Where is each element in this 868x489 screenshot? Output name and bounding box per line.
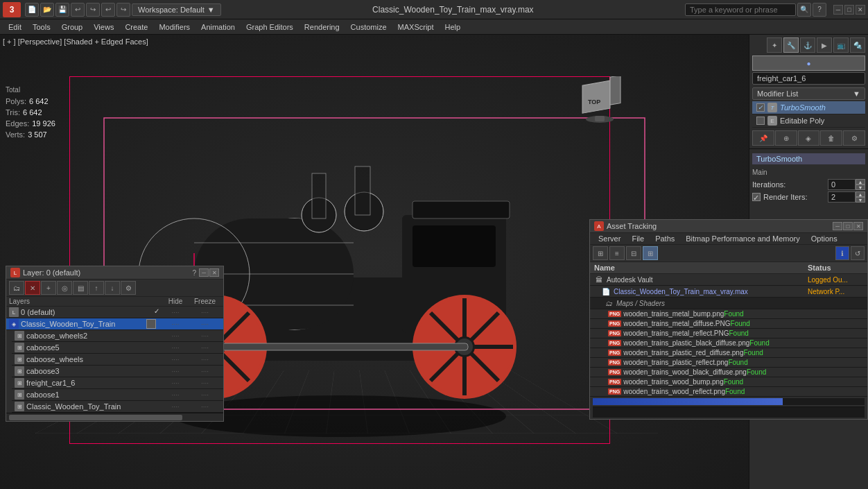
layer-row-caboose3[interactable]: ⊞ caboose3 ···· ···· bbox=[12, 366, 223, 377]
minimize-button[interactable]: ─ bbox=[833, 5, 843, 15]
modify-tab-icon[interactable]: 🔧 bbox=[783, 37, 799, 53]
asset-row-vault[interactable]: 🏛 Autodesk Vault Logged Ou... bbox=[590, 274, 867, 286]
search-input[interactable] bbox=[685, 3, 796, 16]
layer-close-button[interactable]: ✕ bbox=[209, 268, 219, 277]
asset-tb-icon4[interactable]: ⊞ bbox=[643, 246, 658, 260]
new-button[interactable]: 📄 bbox=[25, 3, 39, 17]
show-end-button[interactable]: ⊕ bbox=[775, 130, 797, 146]
remove-modifier-button[interactable]: 🗑 bbox=[820, 130, 842, 146]
layer-row-classic-train-child[interactable]: ⊞ Classic_Wooden_Toy_Train ···· ···· bbox=[12, 401, 223, 413]
menu-animation[interactable]: Animation bbox=[196, 22, 241, 33]
asset-row-plastic-reflect[interactable]: PNG wooden_trains_plastic_reflect.png Fo… bbox=[590, 358, 867, 368]
maximize-button[interactable]: □ bbox=[844, 5, 854, 15]
iterations-down-button[interactable]: ▼ bbox=[856, 185, 865, 190]
layer-row-freight-car[interactable]: ⊞ freight_car1_6 ···· ···· bbox=[12, 377, 223, 389]
asset-menu-file[interactable]: File bbox=[626, 233, 650, 244]
turbosmooth-checkbox[interactable]: ✓ bbox=[756, 103, 765, 112]
workspace-selector[interactable]: Workspace: Default ▼ bbox=[132, 3, 221, 16]
make-unique-button[interactable]: ◈ bbox=[798, 130, 820, 146]
menu-maxscript[interactable]: MAXScript bbox=[392, 22, 440, 33]
layer-minimize-button[interactable]: ─ bbox=[199, 268, 209, 277]
layer-scrollbar[interactable] bbox=[6, 413, 223, 421]
modifier-turbosmooth[interactable]: ✓ T TurboSmooth bbox=[752, 101, 865, 114]
menu-edit[interactable]: Edit bbox=[3, 22, 27, 33]
layer-highlight-button[interactable]: ▤ bbox=[73, 281, 88, 295]
menu-views[interactable]: Views bbox=[88, 22, 119, 33]
pin-stack-button[interactable]: 📌 bbox=[752, 130, 774, 146]
render-iters-input[interactable] bbox=[828, 191, 856, 203]
asset-row-metal-bump[interactable]: PNG wooden_trains_metal_bump.png Found bbox=[590, 309, 867, 319]
layer-row-caboose1[interactable]: ⊞ caboose1 ···· ···· bbox=[12, 389, 223, 401]
asset-tb-icon3[interactable]: ⊟ bbox=[626, 246, 641, 260]
asset-row-wood-black[interactable]: PNG wooden_trains_wood_black_diffuse.png… bbox=[590, 368, 867, 377]
asset-row-wood-bump[interactable]: PNG wooden_trains_wood_bump.png Found bbox=[590, 377, 867, 387]
menu-group[interactable]: Group bbox=[56, 22, 89, 33]
layer-move-up-button[interactable]: ↑ bbox=[89, 281, 104, 295]
layer-row-caboose-wheels2[interactable]: ⊞ caboose_wheels2 ···· ···· bbox=[12, 330, 223, 342]
layer-select-button[interactable]: ◎ bbox=[57, 281, 72, 295]
cube-navigator[interactable]: TOP bbox=[575, 76, 624, 125]
menu-customize[interactable]: Customize bbox=[345, 22, 392, 33]
iterations-up-button[interactable]: ▲ bbox=[856, 179, 865, 185]
asset-menu-options[interactable]: Options bbox=[806, 233, 843, 244]
asset-tb-info-icon[interactable]: ℹ bbox=[835, 246, 849, 260]
modifier-editable-poly[interactable]: E Editable Poly bbox=[752, 114, 865, 128]
configure-button[interactable]: ⚙ bbox=[843, 130, 865, 146]
motion-tab-icon[interactable]: ▶ bbox=[817, 37, 832, 53]
layer-move-down-button[interactable]: ↓ bbox=[105, 281, 120, 295]
display-tab-icon[interactable]: 📺 bbox=[833, 37, 849, 53]
asset-row-plastic-black[interactable]: PNG wooden_trains_plastic_black_diffuse.… bbox=[590, 338, 867, 348]
asset-row-metal-diffuse[interactable]: PNG wooden_trains_metal_diffuse.PNG Foun… bbox=[590, 319, 867, 329]
layer-row-default[interactable]: L 0 (default) ✓ ···· ···· bbox=[6, 307, 223, 318]
object-color-icon[interactable]: ● bbox=[752, 55, 865, 71]
menu-help[interactable]: Help bbox=[440, 22, 467, 33]
modifier-list-header[interactable]: Modifier List ▼ bbox=[752, 87, 865, 100]
layer-row-classic-train[interactable]: ◈ Classic_Wooden_Toy_Train ···· ···· bbox=[6, 318, 223, 330]
asset-tb-refresh-icon[interactable]: ↺ bbox=[851, 246, 865, 260]
undo2-button[interactable]: ↩ bbox=[101, 3, 115, 17]
asset-tb-icon1[interactable]: ⊞ bbox=[593, 246, 608, 260]
asset-menu-bitmap[interactable]: Bitmap Performance and Memory bbox=[680, 233, 805, 244]
search-button[interactable]: 🔍 bbox=[797, 3, 811, 17]
render-iters-up-button[interactable]: ▲ bbox=[856, 191, 865, 197]
asset-minimize-button[interactable]: ─ bbox=[833, 222, 842, 230]
undo-button[interactable]: ↩ bbox=[71, 3, 85, 17]
hierarchy-tab-icon[interactable]: ⚓ bbox=[800, 37, 815, 53]
layer-new-button[interactable]: 🗂 bbox=[9, 281, 24, 295]
polys-value: 6 642 bbox=[29, 96, 49, 107]
iterations-input[interactable] bbox=[828, 179, 856, 190]
object-name-field[interactable] bbox=[752, 72, 865, 85]
asset-wood-black-label: wooden_trains_wood_black_diffuse.png bbox=[623, 368, 747, 376]
layer-delete-button[interactable]: ✕ bbox=[25, 281, 40, 295]
asset-row-plastic-red[interactable]: PNG wooden_trains_plastic_red_diffuse.pn… bbox=[590, 348, 867, 358]
layer-row-caboose5[interactable]: ⊞ caboose5 ···· ···· bbox=[12, 342, 223, 354]
layer-options-button[interactable]: ⚙ bbox=[121, 281, 136, 295]
render-iters-down-button[interactable]: ▼ bbox=[856, 197, 865, 203]
menu-create[interactable]: Create bbox=[119, 22, 153, 33]
asset-close-button[interactable]: ✕ bbox=[853, 222, 863, 230]
asset-row-maps-section[interactable]: 🗂 Maps / Shaders bbox=[590, 298, 867, 309]
asset-tb-icon2[interactable]: ≡ bbox=[609, 246, 625, 260]
menu-graph-editors[interactable]: Graph Editors bbox=[241, 22, 299, 33]
asset-row-main-file[interactable]: 📄 Classic_Wooden_Toy_Train_max_vray.max … bbox=[590, 286, 867, 298]
asset-menu-server[interactable]: Server bbox=[593, 233, 626, 244]
asset-row-metal-reflect[interactable]: PNG wooden_trains_metal_reflect.PNG Foun… bbox=[590, 329, 867, 338]
redo-button[interactable]: ↪ bbox=[86, 3, 100, 17]
menu-rendering[interactable]: Rendering bbox=[299, 22, 345, 33]
asset-row-wood-reflect[interactable]: PNG wooden_trains_wood_reflect.png Found bbox=[590, 387, 867, 397]
asset-menu-paths[interactable]: Paths bbox=[650, 233, 680, 244]
utilities-tab-icon[interactable]: 🔩 bbox=[850, 37, 865, 53]
asset-maximize-button[interactable]: □ bbox=[843, 222, 853, 230]
close-button[interactable]: ✕ bbox=[856, 5, 865, 15]
layer-add-button[interactable]: + bbox=[41, 281, 56, 295]
editablepoly-checkbox[interactable] bbox=[756, 117, 765, 125]
render-iters-checkbox[interactable]: ✓ bbox=[752, 193, 761, 201]
menu-modifiers[interactable]: Modifiers bbox=[153, 22, 196, 33]
create-tab-icon[interactable]: ✦ bbox=[767, 37, 782, 53]
open-button[interactable]: 📂 bbox=[40, 3, 54, 17]
layer-row-caboose-wheels[interactable]: ⊞ caboose_wheels ···· ···· bbox=[12, 354, 223, 366]
save-button[interactable]: 💾 bbox=[55, 3, 69, 17]
menu-tools[interactable]: Tools bbox=[27, 22, 56, 33]
redo2-button[interactable]: ↪ bbox=[116, 3, 130, 17]
question-button[interactable]: ? bbox=[813, 3, 826, 17]
